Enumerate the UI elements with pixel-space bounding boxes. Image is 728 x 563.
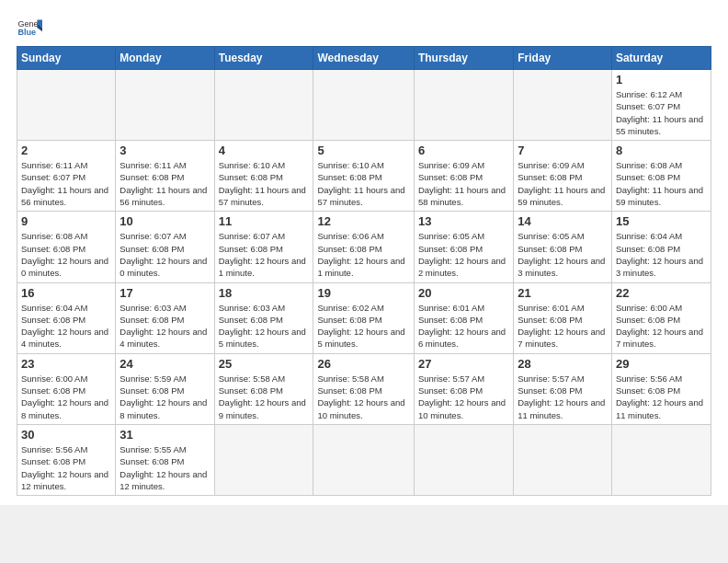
day-info: Sunrise: 6:07 AM Sunset: 6:08 PM Dayligh… — [219, 230, 310, 279]
calendar-cell — [514, 424, 612, 495]
day-info: Sunrise: 6:08 AM Sunset: 6:08 PM Dayligh… — [21, 230, 111, 279]
calendar-cell: 1Sunrise: 6:12 AM Sunset: 6:07 PM Daylig… — [611, 70, 711, 141]
day-info: Sunrise: 6:01 AM Sunset: 6:08 PM Dayligh… — [518, 302, 608, 350]
day-number: 6 — [418, 144, 509, 157]
calendar-cell: 12Sunrise: 6:06 AM Sunset: 6:08 PM Dayli… — [313, 212, 414, 282]
calendar-cell: 23Sunrise: 6:00 AM Sunset: 6:08 PM Dayli… — [17, 353, 116, 424]
day-info: Sunrise: 6:09 AM Sunset: 6:08 PM Dayligh… — [418, 159, 509, 208]
day-info: Sunrise: 6:12 AM Sunset: 6:07 PM Dayligh… — [616, 88, 707, 137]
day-info: Sunrise: 5:58 AM Sunset: 6:08 PM Dayligh… — [317, 373, 409, 421]
day-info: Sunrise: 5:58 AM Sunset: 6:08 PM Dayligh… — [219, 373, 310, 421]
day-info: Sunrise: 6:04 AM Sunset: 6:08 PM Dayligh… — [616, 230, 707, 279]
day-number: 16 — [21, 286, 111, 300]
day-number: 22 — [616, 286, 707, 300]
day-number: 17 — [119, 286, 210, 300]
day-number: 26 — [317, 357, 409, 371]
day-number: 20 — [418, 286, 509, 300]
calendar-week-2: 2Sunrise: 6:11 AM Sunset: 6:07 PM Daylig… — [17, 141, 711, 212]
calendar-cell: 5Sunrise: 6:10 AM Sunset: 6:08 PM Daylig… — [313, 141, 414, 212]
day-number: 24 — [119, 357, 210, 371]
day-info: Sunrise: 6:08 AM Sunset: 6:08 PM Dayligh… — [616, 159, 707, 208]
weekday-thursday: Thursday — [414, 47, 513, 70]
day-number: 14 — [518, 214, 608, 228]
calendar-cell: 14Sunrise: 6:05 AM Sunset: 6:08 PM Dayli… — [514, 212, 612, 282]
day-number: 29 — [616, 357, 707, 371]
day-number: 18 — [219, 286, 310, 300]
calendar-cell: 18Sunrise: 6:03 AM Sunset: 6:08 PM Dayli… — [214, 282, 313, 353]
calendar-cell: 17Sunrise: 6:03 AM Sunset: 6:08 PM Dayli… — [116, 282, 214, 353]
calendar-cell: 13Sunrise: 6:05 AM Sunset: 6:08 PM Dayli… — [414, 212, 513, 282]
day-info: Sunrise: 6:05 AM Sunset: 6:08 PM Dayligh… — [518, 230, 608, 279]
day-number: 27 — [418, 357, 509, 371]
calendar-cell — [611, 424, 711, 495]
calendar-cell: 9Sunrise: 6:08 AM Sunset: 6:08 PM Daylig… — [17, 212, 116, 282]
calendar-cell: 26Sunrise: 5:58 AM Sunset: 6:08 PM Dayli… — [313, 353, 414, 424]
day-info: Sunrise: 6:03 AM Sunset: 6:08 PM Dayligh… — [119, 302, 210, 350]
calendar-cell: 21Sunrise: 6:01 AM Sunset: 6:08 PM Dayli… — [514, 282, 612, 353]
weekday-tuesday: Tuesday — [214, 47, 313, 70]
day-number: 13 — [418, 214, 509, 228]
calendar-cell: 29Sunrise: 5:56 AM Sunset: 6:08 PM Dayli… — [611, 353, 711, 424]
calendar-cell — [116, 70, 214, 141]
weekday-wednesday: Wednesday — [313, 47, 414, 70]
calendar-cell: 7Sunrise: 6:09 AM Sunset: 6:08 PM Daylig… — [514, 141, 612, 212]
day-info: Sunrise: 6:04 AM Sunset: 6:08 PM Dayligh… — [21, 302, 111, 350]
day-number: 11 — [219, 214, 310, 228]
weekday-sunday: Sunday — [17, 47, 116, 70]
day-info: Sunrise: 6:02 AM Sunset: 6:08 PM Dayligh… — [317, 302, 409, 350]
day-number: 4 — [219, 144, 310, 157]
day-number: 7 — [518, 144, 608, 157]
day-number: 9 — [21, 214, 111, 228]
calendar-cell: 10Sunrise: 6:07 AM Sunset: 6:08 PM Dayli… — [116, 212, 214, 282]
day-info: Sunrise: 6:01 AM Sunset: 6:08 PM Dayligh… — [418, 302, 509, 350]
calendar-week-4: 16Sunrise: 6:04 AM Sunset: 6:08 PM Dayli… — [17, 282, 711, 353]
calendar-cell: 3Sunrise: 6:11 AM Sunset: 6:08 PM Daylig… — [116, 141, 214, 212]
day-number: 3 — [119, 144, 210, 157]
day-number: 15 — [616, 214, 707, 228]
day-info: Sunrise: 5:59 AM Sunset: 6:08 PM Dayligh… — [119, 373, 210, 421]
day-number: 21 — [518, 286, 608, 300]
day-number: 5 — [317, 144, 409, 157]
calendar-cell — [313, 70, 414, 141]
page-header: General Blue — [17, 15, 711, 40]
calendar-cell — [313, 424, 414, 495]
calendar-week-1: 1Sunrise: 6:12 AM Sunset: 6:07 PM Daylig… — [17, 70, 711, 141]
calendar-cell: 20Sunrise: 6:01 AM Sunset: 6:08 PM Dayli… — [414, 282, 513, 353]
calendar-cell: 25Sunrise: 5:58 AM Sunset: 6:08 PM Dayli… — [214, 353, 313, 424]
day-info: Sunrise: 6:06 AM Sunset: 6:08 PM Dayligh… — [317, 230, 409, 279]
day-number: 25 — [219, 357, 310, 371]
calendar-cell: 8Sunrise: 6:08 AM Sunset: 6:08 PM Daylig… — [611, 141, 711, 212]
day-number: 30 — [21, 428, 111, 442]
calendar-cell: 31Sunrise: 5:55 AM Sunset: 6:08 PM Dayli… — [116, 424, 214, 495]
calendar-table: SundayMondayTuesdayWednesdayThursdayFrid… — [17, 46, 711, 496]
day-number: 12 — [317, 214, 409, 228]
calendar-cell: 2Sunrise: 6:11 AM Sunset: 6:07 PM Daylig… — [17, 141, 116, 212]
calendar-cell: 19Sunrise: 6:02 AM Sunset: 6:08 PM Dayli… — [313, 282, 414, 353]
calendar-cell — [514, 70, 612, 141]
svg-text:Blue: Blue — [17, 28, 36, 37]
day-number: 1 — [616, 73, 707, 86]
weekday-header-row: SundayMondayTuesdayWednesdayThursdayFrid… — [17, 47, 711, 70]
calendar-cell: 27Sunrise: 5:57 AM Sunset: 6:08 PM Dayli… — [414, 353, 513, 424]
calendar-cell: 22Sunrise: 6:00 AM Sunset: 6:08 PM Dayli… — [611, 282, 711, 353]
day-info: Sunrise: 6:10 AM Sunset: 6:08 PM Dayligh… — [219, 159, 310, 208]
logo-icon: General Blue — [17, 15, 42, 40]
calendar-cell: 11Sunrise: 6:07 AM Sunset: 6:08 PM Dayli… — [214, 212, 313, 282]
calendar-cell — [414, 424, 513, 495]
calendar-cell: 28Sunrise: 5:57 AM Sunset: 6:08 PM Dayli… — [514, 353, 612, 424]
calendar-cell: 6Sunrise: 6:09 AM Sunset: 6:08 PM Daylig… — [414, 141, 513, 212]
day-number: 28 — [518, 357, 608, 371]
day-number: 23 — [21, 357, 111, 371]
calendar-cell: 16Sunrise: 6:04 AM Sunset: 6:08 PM Dayli… — [17, 282, 116, 353]
day-info: Sunrise: 6:03 AM Sunset: 6:08 PM Dayligh… — [219, 302, 310, 350]
day-info: Sunrise: 6:05 AM Sunset: 6:08 PM Dayligh… — [418, 230, 509, 279]
day-info: Sunrise: 5:57 AM Sunset: 6:08 PM Dayligh… — [418, 373, 509, 421]
day-info: Sunrise: 5:56 AM Sunset: 6:08 PM Dayligh… — [616, 373, 707, 421]
day-info: Sunrise: 5:57 AM Sunset: 6:08 PM Dayligh… — [518, 373, 608, 421]
calendar-cell — [17, 70, 116, 141]
day-info: Sunrise: 5:56 AM Sunset: 6:08 PM Dayligh… — [21, 443, 111, 492]
weekday-friday: Friday — [514, 47, 612, 70]
calendar-cell: 4Sunrise: 6:10 AM Sunset: 6:08 PM Daylig… — [214, 141, 313, 212]
calendar-cell — [214, 70, 313, 141]
day-info: Sunrise: 6:00 AM Sunset: 6:08 PM Dayligh… — [21, 373, 111, 421]
